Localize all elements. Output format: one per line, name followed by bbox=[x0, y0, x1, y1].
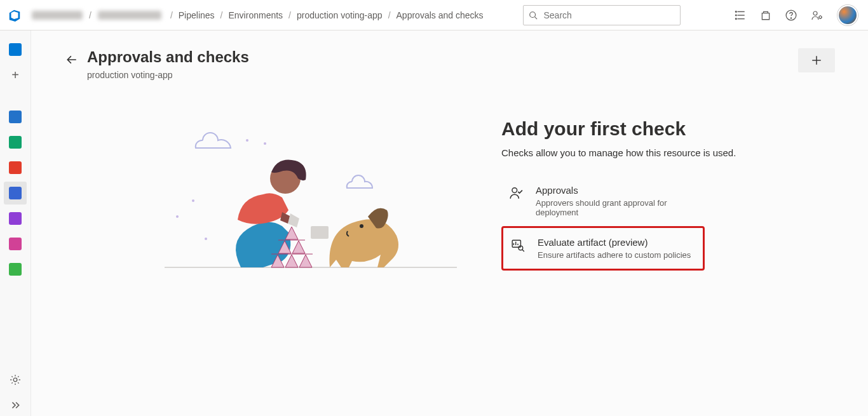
svg-point-11 bbox=[819, 16, 822, 18]
nav-add[interactable]: + bbox=[4, 64, 27, 86]
svg-marker-24 bbox=[285, 255, 298, 267]
search-box[interactable] bbox=[523, 5, 681, 25]
nav-expand[interactable] bbox=[4, 394, 27, 416]
project-name-redacted bbox=[98, 11, 161, 20]
svg-point-7 bbox=[735, 18, 736, 19]
breadcrumb-pipelines[interactable]: Pipelines bbox=[179, 10, 215, 20]
nav-artifacts[interactable] bbox=[4, 232, 27, 255]
nav-pipelines-alt[interactable] bbox=[4, 156, 27, 179]
option-approvals-title: Approvals bbox=[536, 185, 700, 196]
nav-overview[interactable] bbox=[4, 38, 27, 61]
search-icon bbox=[529, 11, 538, 20]
svg-line-38 bbox=[522, 250, 524, 252]
svg-point-18 bbox=[192, 199, 194, 202]
empty-state-illustration bbox=[158, 118, 463, 283]
back-button[interactable] bbox=[62, 50, 82, 70]
option-evaluate-artifact[interactable]: Evaluate artifact (preview) Ensure artif… bbox=[501, 226, 705, 271]
person-icon bbox=[509, 186, 523, 200]
avatar[interactable] bbox=[837, 5, 858, 25]
search-input[interactable] bbox=[543, 10, 675, 21]
org-name-redacted bbox=[32, 11, 83, 20]
option-approvals-desc: Approvers should grant approval for depl… bbox=[536, 198, 700, 217]
artifact-search-icon bbox=[511, 238, 525, 252]
breadcrumb: / Pipelines / Environments / production … bbox=[170, 10, 484, 20]
nav-compliance[interactable] bbox=[4, 258, 27, 281]
nav-boards[interactable] bbox=[4, 105, 27, 128]
svg-point-0 bbox=[529, 11, 535, 17]
marketplace-icon[interactable] bbox=[760, 10, 771, 21]
nav-repos[interactable] bbox=[4, 131, 27, 154]
svg-point-20 bbox=[205, 238, 207, 240]
breadcrumb-environments[interactable]: Environments bbox=[229, 10, 283, 20]
breadcrumb-approvals-checks[interactable]: Approvals and checks bbox=[397, 10, 484, 20]
svg-point-9 bbox=[790, 17, 791, 18]
svg-point-12 bbox=[13, 378, 17, 382]
user-settings-icon[interactable] bbox=[811, 10, 824, 21]
svg-point-17 bbox=[264, 142, 266, 145]
page-subtitle: production voting-app bbox=[87, 70, 249, 80]
empty-heading: Add your first check bbox=[501, 118, 736, 140]
nav-test-plans[interactable] bbox=[4, 207, 27, 230]
help-icon[interactable] bbox=[785, 10, 797, 21]
svg-marker-25 bbox=[299, 255, 312, 267]
empty-description: Checks allow you to manage how this reso… bbox=[501, 147, 736, 158]
page-title: Approvals and checks bbox=[87, 48, 249, 66]
svg-point-6 bbox=[735, 15, 736, 16]
nav-pipelines[interactable] bbox=[4, 182, 27, 205]
svg-point-10 bbox=[813, 11, 817, 15]
option-evaluate-desc: Ensure artifacts adhere to custom polici… bbox=[538, 250, 691, 260]
svg-rect-22 bbox=[311, 226, 329, 239]
left-nav: + bbox=[0, 30, 31, 416]
option-evaluate-title: Evaluate artifact (preview) bbox=[538, 237, 691, 248]
svg-line-1 bbox=[534, 17, 537, 19]
svg-point-5 bbox=[735, 11, 736, 12]
option-approvals[interactable]: Approvals Approvers should grant approva… bbox=[501, 176, 707, 226]
svg-point-16 bbox=[246, 139, 248, 142]
nav-settings[interactable] bbox=[4, 368, 27, 391]
svg-marker-28 bbox=[292, 241, 305, 253]
breadcrumb-environment-name[interactable]: production voting-app bbox=[297, 10, 383, 20]
svg-point-19 bbox=[176, 215, 179, 218]
svg-point-21 bbox=[360, 224, 363, 228]
list-icon[interactable] bbox=[735, 10, 746, 21]
add-check-button[interactable] bbox=[798, 48, 835, 72]
azure-devops-logo[interactable] bbox=[8, 8, 22, 22]
svg-point-32 bbox=[512, 188, 517, 193]
